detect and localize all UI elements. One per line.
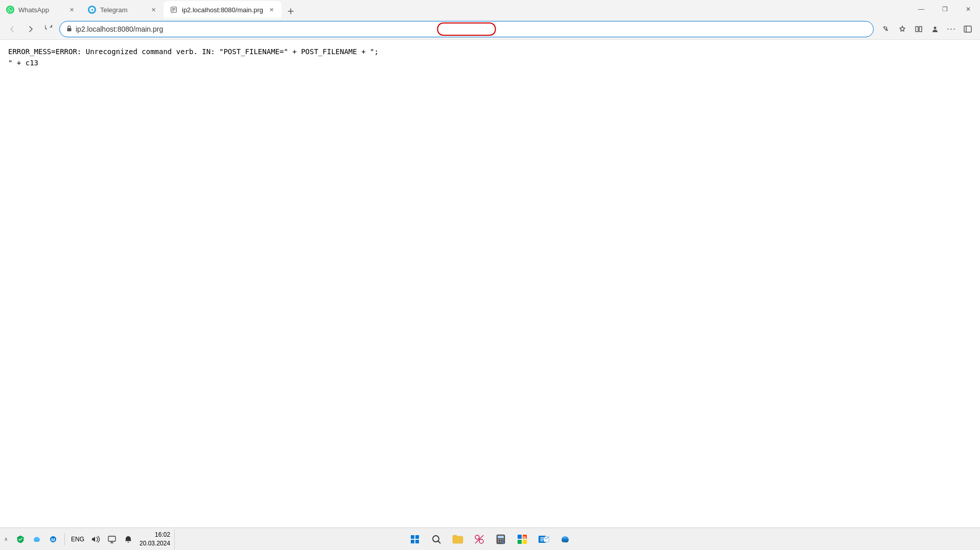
error-line-1: ERROR_MESS=ERROR: Unrecognized command v… (8, 46, 972, 57)
refresh-button[interactable] (41, 21, 57, 37)
tray-speaker-icon[interactable] (88, 532, 103, 546)
tab-whatsapp-close[interactable]: ✕ (67, 6, 76, 14)
taskbar-center: N (405, 529, 575, 549)
nav-bar: ··· (0, 18, 980, 40)
page-favicon (170, 6, 178, 14)
tray-expand-button[interactable]: ∧ (0, 532, 11, 546)
tabs-area: WhatsApp ✕ Telegram ✕ (0, 0, 909, 18)
lock-icon (66, 25, 73, 33)
taskbar-store-button[interactable]: N (512, 529, 532, 549)
svg-rect-5 (916, 27, 918, 32)
tray-notification-icon[interactable] (121, 532, 135, 546)
taskbar-search-button[interactable] (426, 529, 447, 549)
svg-rect-12 (411, 540, 414, 543)
taskbar-snipping-button[interactable] (469, 529, 489, 549)
svg-rect-28 (518, 535, 522, 539)
minimize-button[interactable]: — (909, 0, 933, 18)
svg-rect-21 (498, 536, 504, 538)
reading-view-button[interactable] (911, 21, 927, 37)
language-button[interactable]: ENG (69, 532, 86, 546)
telegram-favicon (88, 6, 96, 14)
taskbar-edge-button[interactable] (555, 529, 575, 549)
tab-telegram-title: Telegram (100, 6, 145, 14)
svg-rect-30 (518, 540, 522, 544)
tab-telegram-close[interactable]: ✕ (149, 6, 157, 14)
maximize-button[interactable]: ❐ (933, 0, 956, 18)
title-bar: WhatsApp ✕ Telegram ✕ (0, 0, 980, 18)
svg-rect-8 (964, 26, 971, 32)
show-desktop-button[interactable] (174, 529, 177, 549)
svg-text:N: N (523, 536, 526, 539)
whatsapp-favicon (6, 6, 14, 14)
svg-rect-11 (415, 535, 419, 539)
taskbar-calculator-button[interactable] (491, 529, 511, 549)
taskbar-outlook-button[interactable] (533, 529, 554, 549)
tab-whatsapp-title: WhatsApp (18, 6, 63, 14)
svg-text:M: M (51, 537, 55, 542)
svg-rect-31 (523, 540, 527, 544)
forward-button[interactable] (22, 21, 39, 37)
svg-rect-22 (498, 539, 499, 540)
new-tab-button[interactable] (284, 4, 298, 18)
svg-point-7 (934, 27, 937, 29)
svg-rect-26 (500, 541, 502, 542)
profile-button[interactable] (927, 21, 943, 37)
tray-extra-icon[interactable]: M (46, 532, 60, 546)
window-controls: — ❐ ✕ (909, 0, 980, 18)
svg-line-15 (438, 541, 441, 543)
clock-date: 20.03.2024 (139, 539, 170, 548)
taskbar-file-explorer-button[interactable] (448, 529, 468, 549)
svg-point-17 (479, 539, 483, 543)
taskbar-right: ∧ M (0, 529, 181, 549)
translate-button[interactable] (878, 21, 894, 37)
svg-rect-4 (67, 28, 71, 31)
svg-point-14 (433, 536, 439, 542)
tray-separator (64, 533, 65, 545)
page-content: ERROR_MESS=ERROR: Unrecognized command v… (0, 40, 980, 528)
tab-main-prg-close[interactable]: ✕ (267, 6, 275, 14)
address-input[interactable] (76, 25, 867, 33)
error-line-2: " + c13 (8, 57, 972, 68)
svg-point-16 (475, 535, 479, 539)
tab-main-prg[interactable]: ip2.localhost:8080/main.prg ✕ (164, 1, 282, 18)
tray-display-icon[interactable] (105, 532, 119, 546)
sidebar-button[interactable] (960, 21, 976, 37)
clock-time: 16:02 (139, 531, 170, 539)
nav-right-buttons: ··· (878, 21, 976, 37)
tray-defender-icon[interactable] (13, 532, 28, 546)
tab-main-prg-title: ip2.localhost:8080/main.prg (182, 6, 263, 14)
system-clock[interactable]: 16:02 20.03.2024 (137, 531, 172, 548)
svg-rect-24 (502, 539, 504, 540)
svg-rect-6 (919, 27, 922, 32)
tab-telegram[interactable]: Telegram ✕ (82, 1, 164, 18)
svg-rect-27 (502, 541, 504, 543)
svg-rect-13 (415, 540, 419, 543)
address-bar-container[interactable] (59, 21, 874, 37)
back-button[interactable] (4, 21, 20, 37)
svg-rect-10 (411, 535, 414, 539)
more-options-button[interactable]: ··· (943, 21, 960, 37)
system-tray: ∧ M (0, 532, 60, 546)
svg-rect-25 (498, 541, 499, 542)
favorites-button[interactable] (894, 21, 911, 37)
start-button[interactable] (405, 529, 425, 549)
svg-rect-37 (108, 536, 115, 541)
taskbar: N (0, 528, 980, 550)
svg-rect-23 (500, 539, 502, 540)
close-button[interactable]: ✕ (956, 0, 980, 18)
tray-edge-icon[interactable] (30, 532, 44, 546)
tab-whatsapp[interactable]: WhatsApp ✕ (0, 1, 82, 18)
